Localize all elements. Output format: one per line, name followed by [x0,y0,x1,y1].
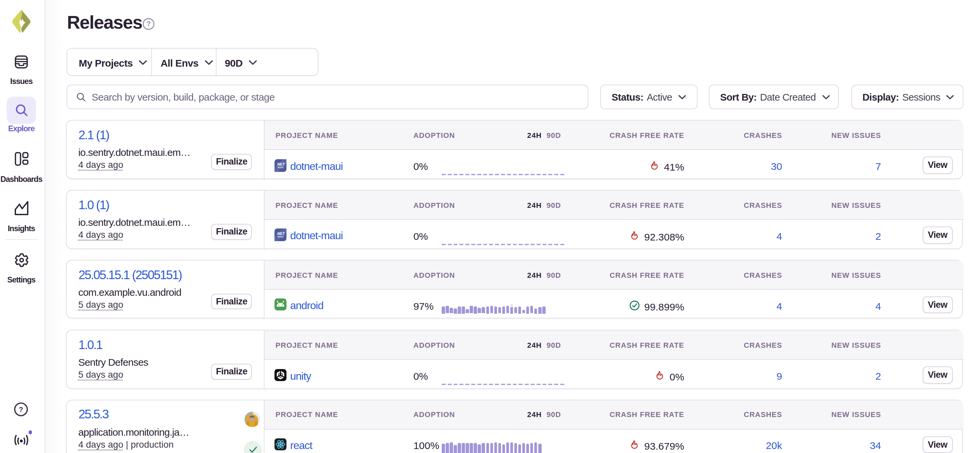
svg-text:.NET: .NET [277,232,285,236]
svg-text:?: ? [146,20,151,28]
svg-text:MAUI: MAUI [278,236,283,238]
svg-text:MAUI: MAUI [278,166,283,168]
svg-text:.NET: .NET [277,162,285,166]
svg-text:?: ? [19,405,23,414]
